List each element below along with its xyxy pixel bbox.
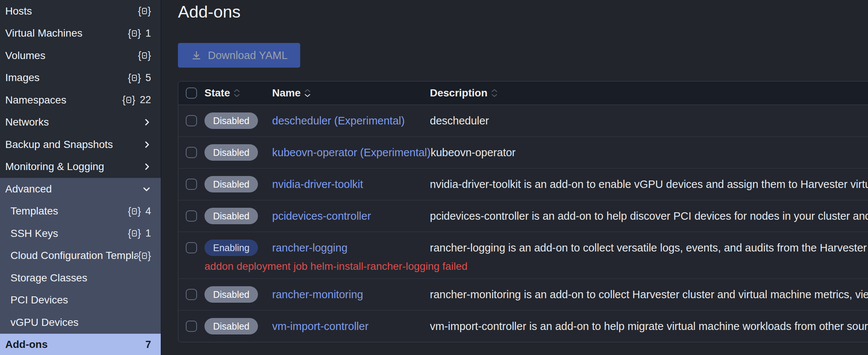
sidebar-item-label: Virtual Machines [5,27,128,39]
description-cell: rancher-logging is an add-on to collect … [430,242,868,254]
download-yaml-label: Download YAML [208,49,287,62]
error-message: addon deployment job helm-install-ranche… [204,260,868,278]
sidebar-item-label: Namespaces [5,94,122,106]
sidebar-item-label: Volumes [5,50,138,62]
table-row-main: Disabledvm-import-controllervm-import-co… [178,311,868,342]
resource-count: {}5 [128,72,151,84]
row-checkbox[interactable] [186,147,197,158]
row-checkbox-cell [178,147,204,158]
row-checkbox[interactable] [186,321,197,332]
sidebar-item-vgpu-devices[interactable]: vGPU Devices [0,311,161,334]
resource-count-value: 1 [145,228,151,239]
name-cell: pcidevices-controller [272,210,430,222]
sidebar-item-label: Images [5,72,128,84]
sidebar-item-templates[interactable]: Templates{}4 [0,200,161,223]
status-badge: Disabled [204,176,258,192]
chevron-down-icon[interactable] [142,185,151,194]
column-header-description: Description [430,87,868,99]
table-row-pcidevices-controller[interactable]: Disabledpcidevices-controllerpcidevices-… [178,200,868,232]
resource-count: {}4 [128,206,151,217]
sidebar-item-virtual-machines[interactable]: Virtual Machines{}1 [0,22,161,45]
sidebar-item-pci-devices[interactable]: PCI Devices [0,289,161,312]
select-all-checkbox[interactable] [186,87,197,99]
chevron-right-icon[interactable] [144,141,151,149]
status-badge: Disabled [204,286,258,303]
table-row-kubeovn-operator-experimental[interactable]: Disabledkubeovn-operator (Experimental)k… [178,137,868,169]
state-cell: Disabled [204,144,272,161]
chevron-right-icon[interactable] [144,163,151,171]
addon-description: descheduler [430,115,489,127]
name-cell: vm-import-controller [272,320,430,333]
row-checkbox-cell [178,289,204,300]
sort-icon[interactable] [234,89,240,97]
sort-icon[interactable] [491,89,498,97]
sidebar-item-volumes[interactable]: Volumes{} [0,44,161,67]
count-icon: {} [138,6,151,16]
addon-description: vm-import-controller is an add-on to hel… [430,320,868,333]
addon-name-link[interactable]: kubeovn-operator (Experimental) [272,146,431,159]
sidebar-item-storage-classes[interactable]: Storage Classes [0,267,161,289]
resource-count: {} [138,251,151,261]
resource-count-value: 5 [145,72,151,84]
column-header-name: Name [272,87,430,99]
sidebar-item-add-ons[interactable]: Add-ons7 [0,334,161,355]
addon-name-link[interactable]: nvidia-driver-toolkit [272,178,363,191]
resource-count-value: 4 [145,206,151,217]
table-row-main: Disabledrancher-monitoringrancher-monito… [178,279,868,310]
sidebar-item-images[interactable]: Images{}5 [0,67,161,89]
table-row-rancher-monitoring[interactable]: Disabledrancher-monitoringrancher-monito… [178,279,868,311]
count-icon: {} [122,95,135,105]
row-checkbox[interactable] [186,210,197,222]
column-header-label: Description [430,87,487,99]
name-cell: kubeovn-operator (Experimental) [272,146,431,159]
table-row-descheduler-experimental[interactable]: Disableddescheduler (Experimental)desche… [178,105,868,137]
table-row-nvidia-driver-toolkit[interactable]: Disablednvidia-driver-toolkitnvidia-driv… [178,169,868,200]
state-cell: Disabled [204,112,272,129]
column-header-label: Name [272,87,301,99]
table-row-rancher-logging[interactable]: Enablingrancher-loggingrancher-logging i… [178,232,868,279]
sidebar-item-label: Advanced [5,183,142,195]
sidebar-item-ssh-keys[interactable]: SSH Keys{}1 [0,222,161,245]
sidebar-item-advanced[interactable]: Advanced [0,178,161,200]
addon-name-link[interactable]: descheduler (Experimental) [272,115,405,127]
row-checkbox[interactable] [186,115,197,126]
sidebar-item-label: Storage Classes [10,272,151,284]
row-checkbox[interactable] [186,242,197,253]
name-cell: descheduler (Experimental) [272,115,430,127]
sidebar-item-cloud-configuration-templates[interactable]: Cloud Configuration Templates{} [0,245,161,267]
sort-icon[interactable] [304,89,311,97]
page-title: Add-ons [178,0,241,24]
main-content: Add-ons Download YAML StateNameDescripti… [161,0,868,355]
description-cell: descheduler [430,115,868,127]
addon-name-link[interactable]: rancher-monitoring [272,288,363,301]
chevron-right-icon[interactable] [144,118,151,126]
resource-count: {} [138,6,151,16]
sidebar-item-label: Networks [5,116,144,128]
count-icon: {} [128,206,141,216]
table-row-vm-import-controller[interactable]: Disabledvm-import-controllervm-import-co… [178,311,868,342]
status-badge: Disabled [204,318,258,334]
row-checkbox[interactable] [186,289,197,300]
name-cell: rancher-logging [272,242,430,254]
count-icon: {} [138,251,151,261]
table-row-main: Enablingrancher-loggingrancher-logging i… [178,232,868,263]
sidebar-item-hosts[interactable]: Hosts{} [0,0,161,22]
sidebar-item-backup-and-snapshots[interactable]: Backup and Snapshots [0,133,161,156]
resource-count-value: 7 [145,339,151,351]
description-cell: kubeovn-operator [431,146,868,159]
sidebar-item-namespaces[interactable]: Namespaces{}22 [0,89,161,111]
sidebar-item-networks[interactable]: Networks [0,111,161,134]
row-checkbox-cell [178,321,204,332]
resource-count: {}1 [128,28,151,39]
addon-name-link[interactable]: vm-import-controller [272,320,369,333]
addon-name-link[interactable]: pcidevices-controller [272,210,371,222]
sidebar-item-monitoring-logging[interactable]: Monitoring & Logging [0,156,161,178]
table-row-main: Disableddescheduler (Experimental)desche… [178,105,868,136]
addon-name-link[interactable]: rancher-logging [272,242,348,254]
description-cell: nvidia-driver-toolkit is an add-on to en… [430,178,868,191]
row-checkbox-cell [178,242,204,253]
download-icon [191,50,202,61]
sidebar-item-label: Hosts [5,5,138,17]
download-yaml-button[interactable]: Download YAML [178,43,300,68]
row-checkbox[interactable] [186,179,197,190]
